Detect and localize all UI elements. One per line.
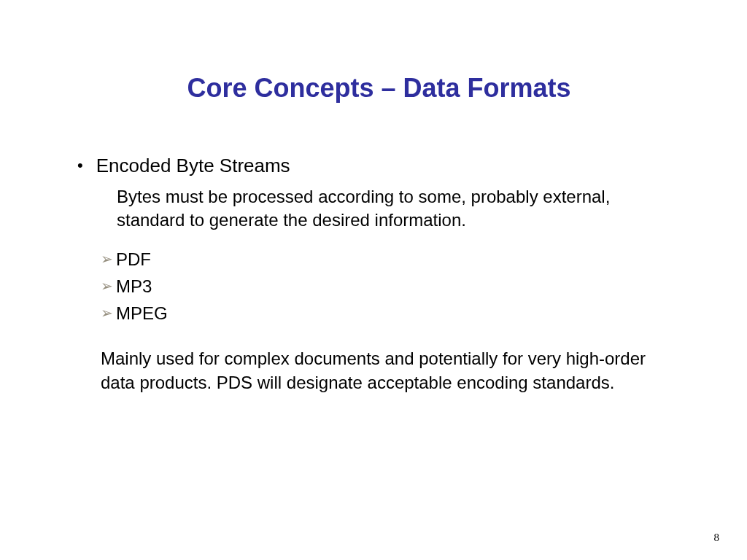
main-bullet: • Encoded Byte Streams <box>73 155 674 176</box>
example-list: ➢ PDF ➢ MP3 ➢ MPEG <box>101 246 674 327</box>
example-label: MPEG <box>116 300 168 327</box>
page-number: 8 <box>714 532 720 544</box>
example-label: MP3 <box>116 273 152 300</box>
slide-content: • Encoded Byte Streams Bytes must be pro… <box>73 155 674 394</box>
footer-text: Mainly used for complex documents and po… <box>101 347 659 394</box>
arrow-icon: ➢ <box>101 248 113 271</box>
bullet-description: Bytes must be processed according to som… <box>117 185 652 233</box>
list-item: ➢ PDF <box>101 246 674 273</box>
list-item: ➢ MP3 <box>101 273 674 300</box>
bullet-dot-icon: • <box>77 155 83 176</box>
slide-title: Core Concepts – Data Formats <box>84 73 674 104</box>
arrow-icon: ➢ <box>101 275 113 298</box>
list-item: ➢ MPEG <box>101 300 674 327</box>
example-label: PDF <box>116 246 151 273</box>
arrow-icon: ➢ <box>101 302 113 324</box>
slide-container: Core Concepts – Data Formats • Encoded B… <box>0 0 747 560</box>
bullet-heading: Encoded Byte Streams <box>96 155 290 176</box>
